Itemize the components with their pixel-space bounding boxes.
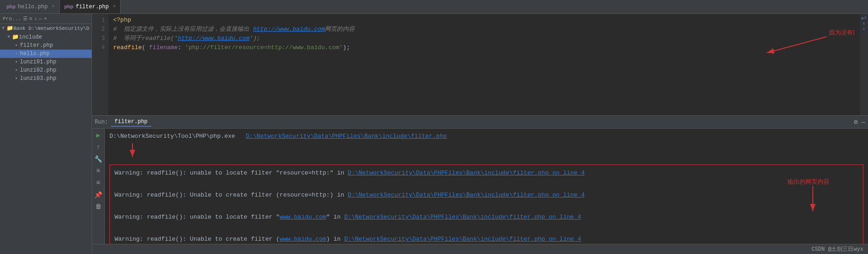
tree-arrow-project: ▼ (2, 26, 5, 31)
tab-hello-php[interactable]: php hello.php × (2, 0, 60, 13)
tree-include-folder[interactable]: ▼ 📁 include (0, 33, 92, 41)
warning-4-text-before: Warning: readfile(): Unable to create fi… (115, 236, 280, 243)
sidebar-icon-2[interactable]: ≡ (29, 16, 33, 22)
gutter-area: 1 2 3 4 5 (92, 14, 109, 115)
project-label: Bank D:\NetworkSecurity\D (13, 26, 89, 31)
sidebar: Pro... ☰ ≡ ↕ — × ▼ 📁 Bank D:\NetworkSecu… (0, 14, 92, 254)
line-num-4: 4 (92, 43, 105, 52)
code-line-3: # 等同于readfile('http://www.baidu.com'); (113, 34, 855, 43)
run-toolbar-right: ⚙ — (854, 118, 865, 126)
run-up-btn[interactable]: ↑ (94, 142, 103, 152)
project-folder-icon: 📁 (6, 25, 13, 32)
sidebar-icon-1[interactable]: ☰ (23, 16, 28, 22)
run-play-btn[interactable]: ▶ (94, 130, 103, 140)
warning-1-link[interactable]: D:\NetworkSecurity\Data\PHPFiles\Bank\in… (348, 169, 585, 176)
code-content[interactable]: <?php # 指定源文件，实际上没有应用过滤，会直接输出 http://www… (109, 14, 860, 115)
run-label: Run: (95, 119, 108, 125)
lunzi03-php-label: lunzi03.php (20, 75, 56, 82)
code-line-4: readfile( filename: 'php://filter/resour… (113, 43, 855, 52)
lunzi01-php-icon: ▪ (15, 59, 18, 65)
line-num-2: 2 (92, 25, 105, 34)
hello-php-icon: ▪ (15, 51, 18, 57)
sidebar-toolbar: Pro... ☰ ≡ ↕ — × (0, 14, 92, 24)
tab-filter-close[interactable]: × (113, 4, 115, 9)
filter-php-label: filter.php (20, 42, 53, 49)
run-toolbar: Run: filter.php ⚙ — (92, 116, 868, 129)
run-output[interactable]: D:\NetworkSecurity\Tool\PHP\php.exe D:\N… (105, 129, 868, 244)
line-num-3: 3 (92, 34, 105, 43)
include-folder-icon: 📁 (12, 34, 19, 40)
run-left-toolbar: ▶ ↑ 🔧 ≡ ≡ 📌 🗑 (92, 129, 105, 244)
settings-icon[interactable]: ⚙ (854, 118, 857, 126)
run-content: ▶ ↑ 🔧 ≡ ≡ 📌 🗑 D:\NetworkSecurity\Tool\PH… (92, 129, 868, 244)
tab-bar: php hello.php × php filter.php × (0, 0, 868, 14)
tab-hello-close[interactable]: × (52, 4, 55, 9)
tree-lunzi03-php[interactable]: ▪ lunzi03.php (0, 74, 92, 83)
sidebar-icon-5[interactable]: × (44, 16, 47, 22)
tree-filter-php[interactable]: ▪ filter.php (0, 41, 92, 50)
run-tab-filter[interactable]: filter.php (111, 118, 151, 127)
filter-php-icon: ▪ (15, 42, 18, 49)
warning-line-4: Warning: readfile(): Unable to create fi… (115, 234, 858, 244)
bottom-bar-text: CSDN @土别三日wyx (811, 245, 863, 253)
line-num-5: 5 (92, 52, 105, 62)
include-label: include (19, 34, 42, 40)
warning-line-1: Warning: readfile(): unable to locate fi… (115, 168, 858, 179)
run-lines-btn[interactable]: ≡ (94, 166, 103, 175)
warning-2-link[interactable]: D:\NetworkSecurity\Data\PHPFiles\Bank\in… (348, 192, 585, 198)
php-icon-filter: php (64, 4, 74, 10)
lunzi03-php-icon: ▪ (15, 75, 18, 82)
right-gutter-mark: ▲4 ∧ ∨ (860, 14, 868, 32)
lunzi02-php-label: lunzi02.php (20, 67, 56, 73)
line-num-1: 1 (92, 16, 105, 25)
warning-line-2: Warning: readfile(): Unable to create fi… (115, 190, 858, 201)
warning-3-link[interactable]: D:\NetworkSecurity\Data\PHPFiles\Bank\in… (344, 214, 581, 220)
lunzi02-php-icon: ▪ (15, 67, 18, 73)
warning-4-text-after: ) in (326, 236, 344, 243)
editor-area: 1 2 3 4 5 <?php # 指定源文件，实际上没有应用过滤，会直接输出 … (92, 14, 868, 254)
tab-hello-label: hello.php (18, 4, 48, 10)
tree-lunzi01-php[interactable]: ▪ lunzi01.php (0, 58, 92, 66)
sidebar-icon-3[interactable]: ↕ (34, 16, 37, 22)
warning-2-text: Warning: readfile(): Unable to create fi… (115, 192, 348, 198)
sidebar-icon-4[interactable]: — (39, 16, 42, 22)
tree-hello-php[interactable]: ▪ hello.php (0, 50, 92, 58)
tree-lunzi02-php[interactable]: ▪ lunzi02.php (0, 66, 92, 74)
tab-filter-label: filter.php (75, 4, 109, 10)
run-close-icon[interactable]: — (862, 119, 865, 126)
sidebar-pro-label: Pro... (3, 16, 21, 22)
run-pin-btn[interactable]: 📌 (94, 190, 103, 199)
run-lines2-btn[interactable]: ≡ (94, 178, 103, 187)
code-line-1: <?php (113, 16, 855, 25)
bottom-bar: CSDN @土别三日wyx (92, 244, 868, 254)
warning-4-inline-link[interactable]: www.baidu.com (280, 236, 326, 243)
php-icon-hello: php (6, 4, 16, 10)
run-exe-path: D:\NetworkSecurity\Tool\PHP\php.exe (109, 133, 235, 140)
tree-project[interactable]: ▼ 📁 Bank D:\NetworkSecurity\D (0, 24, 92, 33)
tab-filter-php[interactable]: php filter.php × (60, 0, 121, 13)
warning-3-text-after: " in (326, 214, 344, 220)
lunzi01-php-label: lunzi01.php (20, 59, 56, 65)
warning-1-text: Warning: readfile(): unable to locate fi… (115, 169, 348, 176)
warning-3-inline-link[interactable]: www.baidu.com (280, 214, 326, 220)
code-editor: 1 2 3 4 5 <?php # 指定源文件，实际上没有应用过滤，会直接输出 … (92, 14, 868, 115)
run-trash-btn[interactable]: 🗑 (94, 202, 103, 211)
hello-php-label: hello.php (20, 51, 50, 57)
run-script-link[interactable]: D:\NetworkSecurity\Data\PHPFiles\Bank\in… (246, 133, 447, 140)
warning-4-link[interactable]: D:\NetworkSecurity\Data\PHPFiles\Bank\in… (344, 236, 581, 243)
run-arrow-svg (119, 143, 146, 162)
code-line-2: # 指定源文件，实际上没有应用过滤，会直接输出 http://www.baidu… (113, 25, 855, 34)
run-output-container: D:\NetworkSecurity\Tool\PHP\php.exe D:\N… (105, 129, 868, 244)
run-wrench-btn[interactable]: 🔧 (94, 154, 103, 164)
warning-line-3: Warning: readfile(): unable to locate fi… (115, 212, 858, 223)
run-panel: Run: filter.php ⚙ — ▶ ↑ 🔧 ≡ ≡ 📌 🗑 (92, 115, 868, 244)
main-area: Pro... ☰ ≡ ↕ — × ▼ 📁 Bank D:\NetworkSecu… (0, 14, 868, 254)
warning-3-text-before: Warning: readfile(): unable to locate fi… (115, 214, 280, 220)
right-gutter: ▲4 ∧ ∨ (860, 14, 868, 115)
run-command-line: D:\NetworkSecurity\Tool\PHP\php.exe D:\N… (109, 131, 863, 141)
warning-box: Warning: readfile(): unable to locate fi… (109, 164, 863, 244)
tree-arrow-include: ▼ (7, 34, 10, 40)
